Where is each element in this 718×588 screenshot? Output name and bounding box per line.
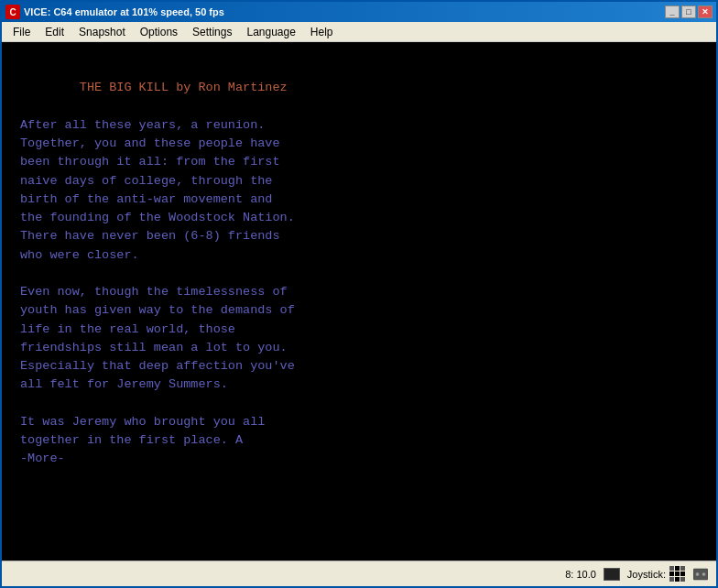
game-body: After all these years, a reunion. Togeth… [20, 118, 295, 466]
joystick-area: Joystick: [627, 566, 685, 582]
c64-screen: THE BIG KILL by Ron Martinez After all t… [2, 42, 716, 561]
game-title: THE BIG KILL by Ron Martinez [80, 81, 288, 94]
joystick-icon [669, 566, 685, 582]
joystick-dot-2 [675, 566, 680, 571]
svg-point-5 [697, 573, 699, 575]
app-window: C VICE: C64 emulator at 101% speed, 50 f… [0, 0, 718, 588]
joystick-dot-5 [675, 572, 680, 576]
menu-options[interactable]: Options [133, 24, 185, 40]
joystick-dot-6 [680, 572, 685, 576]
title-bar: C VICE: C64 emulator at 101% speed, 50 f… [2, 2, 716, 22]
menu-snapshot[interactable]: Snapshot [71, 24, 133, 40]
menu-file[interactable]: File [5, 24, 38, 40]
joystick-label: Joystick: [627, 569, 666, 580]
tape-icon [692, 566, 709, 583]
joystick-dot-1 [669, 566, 674, 571]
menu-edit[interactable]: Edit [38, 24, 71, 40]
joystick-dot-8 [675, 577, 680, 582]
joystick-dot-9 [680, 577, 685, 582]
svg-point-6 [703, 573, 705, 575]
menu-language[interactable]: Language [239, 24, 302, 40]
joystick-dot-3 [680, 566, 685, 571]
position-display: 8: 10.0 [565, 569, 596, 580]
app-icon: C [5, 5, 20, 19]
title-bar-left: C VICE: C64 emulator at 101% speed, 50 f… [5, 5, 224, 19]
joystick-dot-4 [669, 572, 674, 576]
close-button[interactable]: ✕ [698, 5, 713, 18]
svg-text:C: C [9, 7, 16, 17]
c64-display: THE BIG KILL by Ron Martinez After all t… [20, 60, 295, 487]
emulator-area: THE BIG KILL by Ron Martinez After all t… [2, 42, 716, 561]
maximize-button[interactable]: □ [681, 5, 696, 18]
menu-bar: File Edit Snapshot Options Settings Lang… [2, 22, 716, 42]
drive-indicator [604, 568, 620, 581]
minimize-button[interactable]: _ [665, 5, 680, 18]
window-title: VICE: C64 emulator at 101% speed, 50 fps [24, 6, 224, 17]
menu-settings[interactable]: Settings [185, 24, 239, 40]
title-controls: _ □ ✕ [665, 5, 713, 18]
status-bar: 8: 10.0 Joystick: [2, 561, 716, 586]
menu-help[interactable]: Help [303, 24, 341, 40]
joystick-dot-7 [669, 577, 674, 582]
